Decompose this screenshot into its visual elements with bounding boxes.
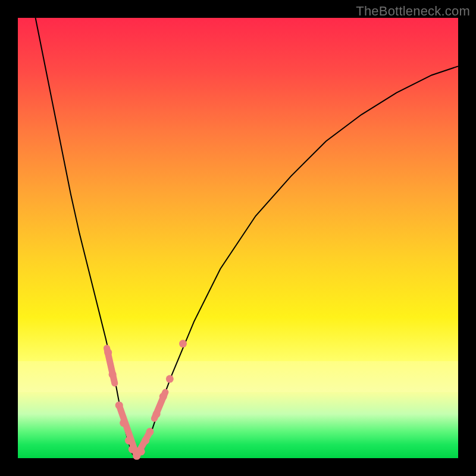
marker-dot [129,446,136,453]
marker-dot [179,340,187,347]
marker-dot [137,447,145,455]
marker-dot [146,428,154,436]
marker-dot [115,402,123,409]
watermark-text: TheBottleneck.com [356,4,470,19]
marker-dot [104,349,112,356]
marker-dot [120,419,127,427]
marker-dot [166,375,174,383]
marker-dot [125,437,133,444]
chart-frame: TheBottleneck.com [0,0,476,476]
marker-dot [109,371,117,378]
bottleneck-curve [36,18,458,458]
marker-dot [159,393,167,400]
plot-area [18,18,458,458]
marker-dots [104,340,187,460]
marker-segments [107,348,165,456]
curve-svg [18,18,458,458]
marker-dot [142,437,149,444]
marker-dot [153,411,161,418]
